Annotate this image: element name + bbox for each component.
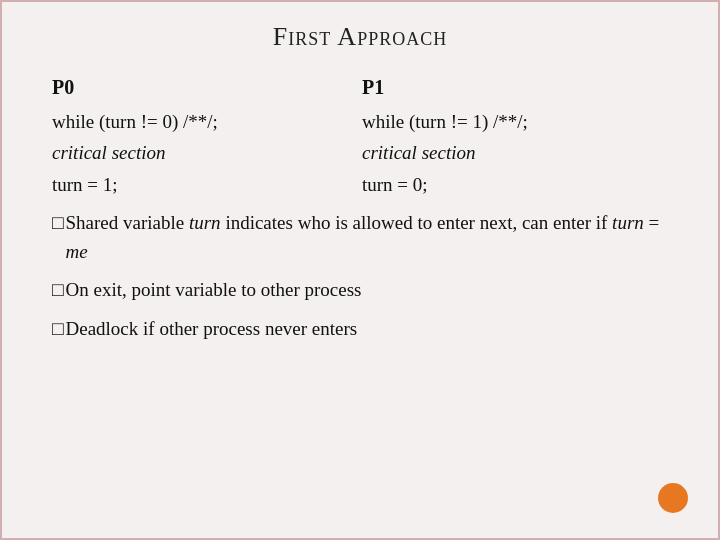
process-header-row: P0 P1 <box>52 72 668 103</box>
bullet-3-symbol: □ <box>52 315 63 344</box>
turn-row: turn = 1; turn = 0; <box>52 170 668 199</box>
critical-section-p0: critical section <box>52 138 362 167</box>
bullet-3: □ Deadlock if other process never enters <box>52 315 668 344</box>
bullet-2: □ On exit, point variable to other proce… <box>52 276 668 305</box>
while-p0: while (turn != 0) /**/; <box>52 107 362 136</box>
bullet-1: □ Shared variable turn indicates who is … <box>52 209 668 266</box>
p1-header: P1 <box>362 72 668 103</box>
orange-circle-decoration <box>658 483 688 513</box>
bullet-1-symbol: □ <box>52 209 63 238</box>
while-row: while (turn != 0) /**/; while (turn != 1… <box>52 107 668 136</box>
slide-title: First Approach <box>52 22 668 52</box>
bullet-2-text: On exit, point variable to other process <box>65 276 668 305</box>
bullet-1-text: Shared variable turn indicates who is al… <box>65 209 668 266</box>
turn-p0: turn = 1; <box>52 170 362 199</box>
p0-header: P0 <box>52 72 362 103</box>
critical-section-row: critical section critical section <box>52 138 668 167</box>
turn-p1: turn = 0; <box>362 170 668 199</box>
slide-container: First Approach P0 P1 while (turn != 0) /… <box>0 0 720 540</box>
bullet-3-text: Deadlock if other process never enters <box>65 315 668 344</box>
slide-content: P0 P1 while (turn != 0) /**/; while (tur… <box>52 72 668 343</box>
bullet-2-symbol: □ <box>52 276 63 305</box>
while-p1: while (turn != 1) /**/; <box>362 107 668 136</box>
critical-section-p1: critical section <box>362 138 668 167</box>
